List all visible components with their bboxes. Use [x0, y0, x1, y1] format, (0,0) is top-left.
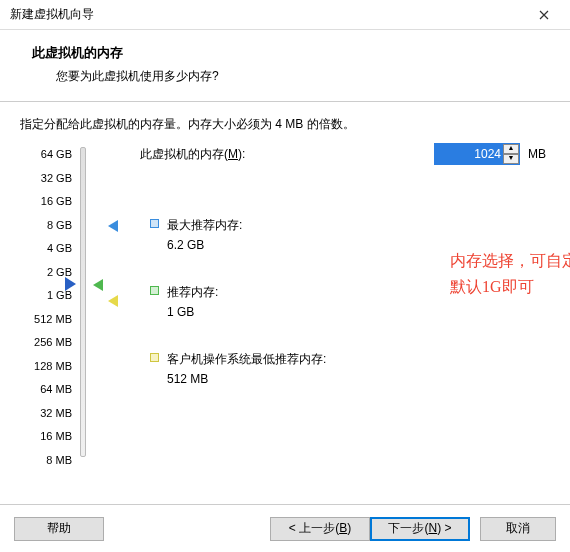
recommended-memory-marker-icon: [93, 279, 103, 291]
next-button[interactable]: 下一步(N) >: [370, 517, 470, 541]
memory-slider[interactable]: [80, 147, 86, 457]
button-bar: 帮助 < 上一步(B) 下一步(N) > 取消: [0, 504, 570, 552]
max-memory-label: 最大推荐内存:: [167, 216, 242, 234]
scale-tick-label: 256 MB: [16, 331, 72, 355]
scale-tick-label: 512 MB: [16, 308, 72, 332]
max-memory-info: 最大推荐内存: 6.2 GB: [150, 216, 242, 254]
memory-spinner[interactable]: ▲ ▼: [434, 143, 520, 165]
spinner-up-button[interactable]: ▲: [503, 144, 519, 154]
max-memory-value: 6.2 GB: [167, 236, 242, 254]
min-memory-info: 客户机操作系统最低推荐内存: 512 MB: [150, 350, 326, 388]
close-button[interactable]: [524, 1, 564, 29]
memory-settings-panel: 此虚拟机的内存(M): ▲ ▼ MB 最大推荐内存: 6.2 GB 推荐内存:: [140, 143, 546, 185]
cancel-button[interactable]: 取消: [480, 517, 556, 541]
recommended-memory-info: 推荐内存: 1 GB: [150, 283, 218, 321]
min-memory-label: 客户机操作系统最低推荐内存:: [167, 350, 326, 368]
annotation-text: 内存选择，可自定义，这里我们默认1G即可: [450, 248, 570, 300]
help-button[interactable]: 帮助: [14, 517, 104, 541]
page-title: 此虚拟机的内存: [32, 44, 546, 62]
spinner-down-button[interactable]: ▼: [503, 154, 519, 164]
scale-tick-label: 16 MB: [16, 425, 72, 449]
window-title: 新建虚拟机向导: [10, 6, 94, 23]
close-icon: [539, 10, 549, 20]
min-memory-value: 512 MB: [167, 370, 326, 388]
min-memory-marker-icon: [108, 295, 118, 307]
description-text: 指定分配给此虚拟机的内存量。内存大小必须为 4 MB 的倍数。: [0, 102, 570, 143]
scale-tick-label: 64 MB: [16, 378, 72, 402]
memory-input[interactable]: [435, 144, 503, 164]
scale-tick-label: 8 MB: [16, 449, 72, 473]
scale-tick-label: 32 GB: [16, 167, 72, 191]
memory-input-label: 此虚拟机的内存(M):: [140, 146, 434, 163]
memory-input-row: 此虚拟机的内存(M): ▲ ▼ MB: [140, 143, 546, 165]
scale-tick-label: 16 GB: [16, 190, 72, 214]
scale-tick-label: 64 GB: [16, 143, 72, 167]
memory-scale: 64 GB 32 GB 16 GB 8 GB 4 GB 2 GB 1 GB 51…: [16, 143, 72, 472]
slider-thumb-icon[interactable]: [65, 277, 76, 291]
max-memory-icon: [150, 219, 159, 228]
main-content: 64 GB 32 GB 16 GB 8 GB 4 GB 2 GB 1 GB 51…: [0, 143, 570, 473]
scale-tick-label: 32 MB: [16, 402, 72, 426]
max-memory-marker-icon: [108, 220, 118, 232]
scale-tick-label: 2 GB: [16, 261, 72, 285]
scale-tick-label: 128 MB: [16, 355, 72, 379]
page-subtitle: 您要为此虚拟机使用多少内存?: [32, 68, 546, 85]
wizard-header: 此虚拟机的内存 您要为此虚拟机使用多少内存?: [0, 30, 570, 97]
title-bar: 新建虚拟机向导: [0, 0, 570, 30]
recommended-memory-label: 推荐内存:: [167, 283, 218, 301]
back-button[interactable]: < 上一步(B): [270, 517, 370, 541]
scale-tick-label: 4 GB: [16, 237, 72, 261]
recommended-memory-value: 1 GB: [167, 303, 218, 321]
scale-tick-label: 8 GB: [16, 214, 72, 238]
recommended-memory-icon: [150, 286, 159, 295]
scale-tick-label: 1 GB: [16, 284, 72, 308]
min-memory-icon: [150, 353, 159, 362]
memory-unit: MB: [528, 147, 546, 161]
